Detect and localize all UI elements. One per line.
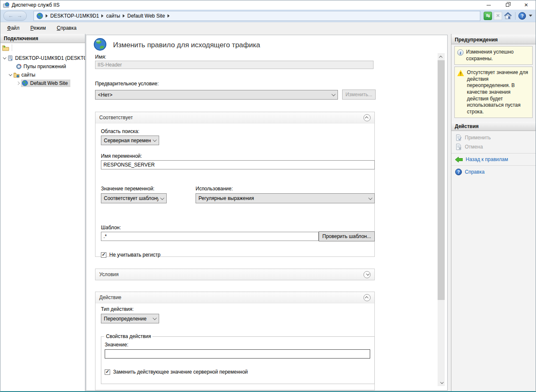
match-section: Соответствует Область поиска: Серверная … (95, 112, 375, 257)
menu-file[interactable]: Файл (7, 25, 20, 31)
server-icon (8, 55, 13, 61)
title-bar[interactable]: Диспетчер служб IIS ✕ (0, 0, 536, 10)
action-label: Справка (465, 169, 484, 175)
iis-app-icon (3, 2, 10, 8)
back-arrow-icon (455, 157, 463, 162)
chevron-down-icon (332, 92, 336, 96)
home-button[interactable] (504, 12, 512, 20)
breadcrumb-arrow-icon[interactable] (167, 14, 170, 18)
help-dropdown-icon[interactable] (529, 15, 532, 17)
ignore-case-label: Не учитывать регистр (109, 252, 160, 258)
scope-label: Область поиска: (101, 128, 139, 134)
cancel-action: Отмена (451, 142, 536, 151)
action-value-input[interactable] (105, 349, 370, 359)
action-properties-legend: Свойства действия (104, 333, 152, 339)
app-pools-icon (16, 64, 22, 69)
alerts-header: Предупреждения (451, 35, 536, 44)
precondition-select[interactable]: <Нет> (95, 90, 338, 100)
action-type-label: Тип действия: (101, 306, 134, 312)
tree-item-default-web-site[interactable]: Default Web Site (0, 79, 85, 87)
sites-folder-icon (13, 72, 20, 78)
chevron-up-icon (365, 116, 368, 120)
match-section-header[interactable]: Соответствует (95, 112, 374, 123)
apply-icon (455, 134, 462, 141)
selected-tree-item[interactable]: Default Web Site (21, 79, 70, 87)
action-type-select[interactable]: Переопределение (101, 314, 159, 323)
tree-item-server[interactable]: DESKTOP-U1MK9D1 (DESKTOP (0, 54, 85, 62)
using-select[interactable]: Регулярные выражения (196, 193, 375, 203)
back-to-rules-action[interactable]: Назад к правилам (451, 155, 536, 164)
scope-select[interactable]: Серверная переменная (101, 136, 159, 145)
breadcrumb-sites[interactable]: сайты (106, 13, 120, 19)
refresh-button[interactable]: ⇆ (484, 12, 492, 20)
connections-tree: DESKTOP-U1MK9D1 (DESKTOP Пулы приложений… (0, 52, 85, 87)
precondition-label: Предварительное условие: (95, 81, 159, 87)
breadcrumb-server[interactable]: DESKTOP-U1MK9D1 (50, 13, 99, 19)
breadcrumb-arrow-icon[interactable] (101, 14, 104, 18)
menu-help[interactable]: Справка (57, 25, 77, 31)
window-controls: ✕ (479, 0, 536, 10)
back-button[interactable]: ← (8, 13, 13, 18)
vertical-scrollbar[interactable] (438, 53, 445, 386)
name-label: Имя: (95, 54, 106, 60)
cancel-icon (455, 143, 462, 150)
scrollbar-thumb[interactable] (438, 60, 445, 300)
breadcrumb-arrow-icon[interactable] (122, 14, 125, 18)
close-button[interactable]: ✕ (517, 0, 536, 10)
menu-view[interactable]: Режим (31, 25, 46, 31)
variable-value-select[interactable]: Соответствует шаблону (101, 193, 167, 203)
variable-value-label: Значение переменной: (101, 186, 155, 192)
breadcrumb-arrow-icon (45, 14, 48, 18)
chevron-down-icon (153, 316, 157, 320)
action-section-header[interactable]: Действие (95, 292, 374, 303)
minimize-icon (487, 5, 491, 5)
stop-button[interactable]: ✕ (494, 12, 502, 20)
alert-text: Отсутствует значение для действия переоп… (467, 69, 530, 115)
toolbar-divider (515, 12, 515, 20)
expander-open-icon[interactable] (3, 56, 6, 59)
collapse-toggle-button[interactable] (363, 114, 371, 121)
info-icon: i (457, 49, 464, 56)
breadcrumb-default-web-site[interactable]: Default Web Site (127, 13, 165, 19)
close-icon: ✕ (524, 3, 528, 8)
chevron-up-icon (439, 56, 442, 59)
scroll-down-button[interactable] (438, 379, 445, 386)
variable-name-input[interactable] (101, 160, 375, 169)
help-button[interactable]: ? (518, 12, 526, 20)
tree-item-sites[interactable]: сайты (0, 71, 85, 79)
tree-item-app-pools[interactable]: Пулы приложений (0, 62, 85, 71)
test-pattern-button[interactable]: Проверить шаблон... (319, 231, 375, 241)
chevron-down-icon (160, 196, 165, 200)
tree-item-label: Default Web Site (30, 80, 68, 86)
save-connections-icon[interactable] (2, 45, 9, 51)
edit-outbound-rule-panel: Изменить правило для исходящего трафика … (86, 35, 448, 391)
chevron-up-icon (365, 296, 368, 300)
conditions-section-header[interactable]: Условия (95, 269, 374, 280)
info-alert: i Изменения успешно сохранены. (454, 46, 533, 65)
actions-header: Действия (451, 122, 536, 131)
warning-alert: Отсутствует значение для действия переоп… (454, 67, 533, 118)
expander-open-icon[interactable] (9, 72, 12, 76)
expander-closed-icon[interactable] (16, 82, 20, 85)
warning-icon (457, 70, 464, 76)
variable-name-label: Имя переменной: (101, 153, 142, 159)
expand-toggle-button[interactable] (363, 271, 371, 278)
iis-manager-window: Диспетчер служб IIS ✕ ← → DESKTOP-U1MK9D… (0, 0, 536, 392)
scroll-up-button[interactable] (438, 53, 445, 60)
collapse-toggle-button[interactable] (363, 294, 371, 301)
minimize-button[interactable] (479, 0, 498, 10)
restore-button[interactable] (498, 0, 517, 10)
ignore-case-checkbox[interactable] (101, 252, 106, 258)
chevron-down-icon (366, 272, 369, 275)
apply-action: Применить (451, 133, 536, 142)
forward-button[interactable]: → (17, 13, 22, 18)
conditions-section: Условия (95, 269, 375, 280)
replace-value-checkbox[interactable] (105, 369, 110, 375)
help-action[interactable]: ? Справка (451, 167, 536, 177)
actions-list: Применить Отмена Назад к правилам (451, 131, 536, 177)
action-label: Назад к правилам (466, 156, 508, 162)
window-title: Диспетчер служб IIS (12, 2, 59, 8)
ignore-case-row: Не учитывать регистр (101, 252, 160, 258)
pattern-input[interactable] (101, 232, 319, 241)
address-bar[interactable]: DESKTOP-U1MK9D1 сайты Default Web Site (34, 11, 480, 21)
